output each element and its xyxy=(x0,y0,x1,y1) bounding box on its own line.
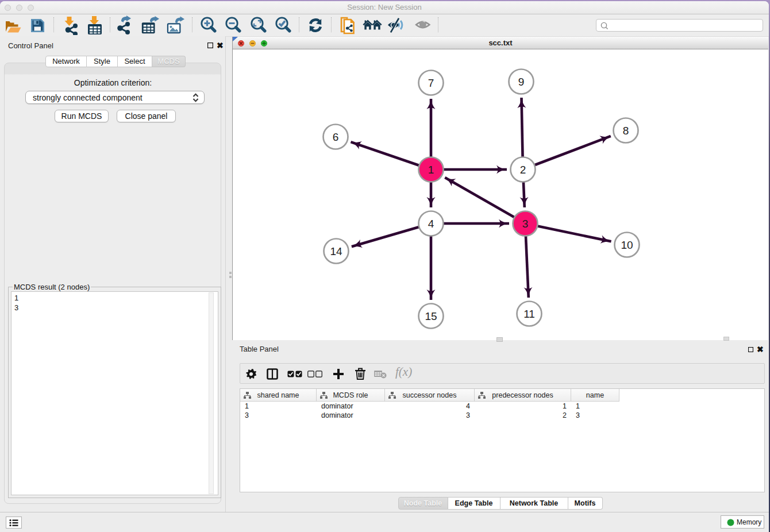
svg-text:6: 6 xyxy=(333,131,339,143)
svg-text:4: 4 xyxy=(428,218,434,230)
svg-text:3: 3 xyxy=(522,218,529,230)
svg-text:15: 15 xyxy=(425,310,437,322)
svg-text:14: 14 xyxy=(330,245,342,257)
svg-text:8: 8 xyxy=(623,125,629,137)
svg-text:2: 2 xyxy=(520,164,526,176)
svg-text:7: 7 xyxy=(428,77,434,89)
svg-text:11: 11 xyxy=(523,308,535,320)
svg-text:9: 9 xyxy=(518,76,525,88)
svg-text:1: 1 xyxy=(428,164,434,176)
svg-text:10: 10 xyxy=(621,239,633,251)
